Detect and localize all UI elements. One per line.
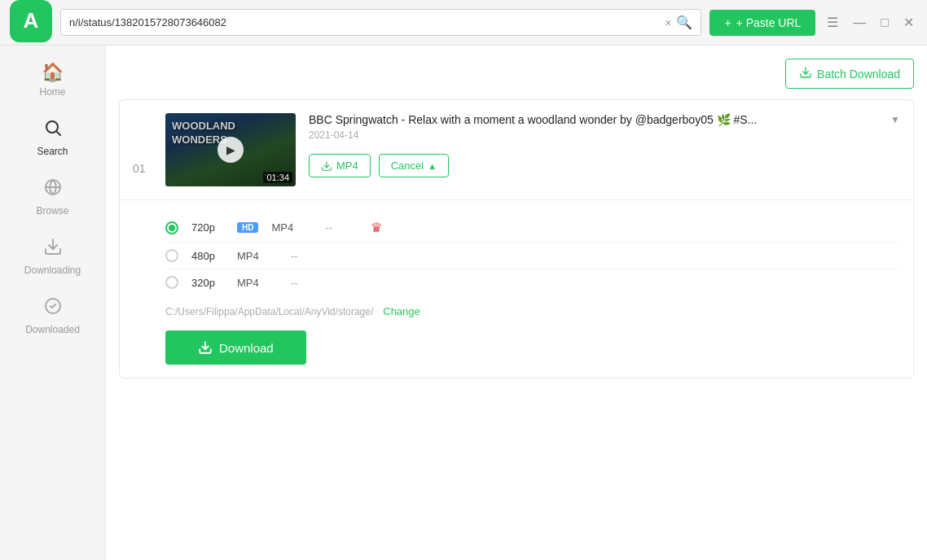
paste-url-icon: + (724, 16, 731, 29)
chevron-up-icon: ▲ (428, 161, 437, 171)
quality-options: 720p HD MP4 -- ♛ 480p MP4 -- 320p (120, 200, 913, 295)
download-area: Download (120, 324, 913, 378)
svg-point-0 (46, 121, 58, 133)
storage-row: C:/Users/Filippa/AppData/Local/AnyVid/st… (120, 295, 913, 324)
video-date: 2021-04-14 (309, 129, 900, 141)
sidebar-label-home: Home (39, 86, 65, 98)
main-layout: 🏠 Home Search Browse (0, 46, 927, 560)
video-card-header: 01 WOODLAND WONDERS ▶ 01:34 BBC Springwa… (120, 100, 913, 200)
quality-label-720p: 720p (191, 221, 224, 234)
batch-download-icon (799, 66, 812, 81)
browse-icon (43, 177, 63, 202)
video-duration: 01:34 (263, 172, 292, 183)
size-320p: -- (291, 277, 323, 289)
downloaded-icon (43, 296, 63, 321)
play-button[interactable]: ▶ (217, 137, 244, 163)
format-720p: MP4 (271, 221, 312, 234)
format-480p: MP4 (237, 250, 278, 262)
sidebar-label-downloading: Downloading (24, 265, 81, 276)
radio-480p[interactable] (165, 249, 178, 262)
title-bar: A × 🔍 + + Paste URL ☰ — □ ✕ (0, 0, 927, 46)
window-controls: ☰ — □ ✕ (824, 13, 917, 32)
video-title: BBC Springwatch - Relax with a moment a … (309, 113, 757, 126)
sidebar: 🏠 Home Search Browse (0, 46, 106, 560)
content-area: Batch Download 01 WOODLAND WONDERS ▶ 01:… (106, 46, 927, 560)
downloading-icon (43, 237, 63, 261)
sidebar-item-downloaded[interactable]: Downloaded (0, 288, 105, 343)
change-button[interactable]: Change (383, 305, 420, 317)
quality-row-720p[interactable]: 720p HD MP4 -- ♛ (165, 213, 900, 243)
cancel-button[interactable]: Cancel ▲ (379, 154, 449, 177)
download-label: Download (219, 341, 274, 355)
sidebar-label-browse: Browse (36, 205, 68, 217)
size-480p: -- (291, 250, 323, 262)
quality-row-320p[interactable]: 320p MP4 -- (165, 269, 900, 295)
search-icon (43, 118, 63, 142)
url-search-icon: 🔍 (676, 15, 692, 30)
premium-icon-720p: ♛ (371, 220, 382, 235)
maximize-button[interactable]: □ (877, 14, 892, 32)
url-clear-button[interactable]: × (665, 16, 671, 29)
hd-badge: HD (237, 222, 258, 233)
radio-720p[interactable] (165, 221, 178, 234)
download-button[interactable]: Download (165, 330, 306, 365)
size-720p: -- (325, 221, 358, 234)
expand-icon[interactable]: ▼ (890, 114, 900, 125)
mp4-button[interactable]: MP4 (309, 154, 371, 177)
radio-320p[interactable] (165, 276, 178, 289)
sidebar-label-downloaded: Downloaded (25, 324, 80, 335)
batch-download-button[interactable]: Batch Download (785, 59, 914, 89)
paste-url-label: + Paste URL (736, 16, 802, 29)
sidebar-label-search: Search (37, 146, 68, 157)
svg-line-1 (56, 132, 59, 135)
app-logo: A (10, 0, 52, 42)
sidebar-item-browse[interactable]: Browse (0, 169, 105, 225)
video-actions: MP4 Cancel ▲ (309, 154, 900, 177)
url-input-wrap: × 🔍 (60, 9, 701, 36)
quality-label-480p: 480p (191, 250, 224, 262)
video-title-row: BBC Springwatch - Relax with a moment a … (309, 113, 900, 126)
format-320p: MP4 (237, 277, 278, 289)
minimize-button[interactable]: — (850, 14, 869, 32)
sidebar-item-home[interactable]: 🏠 Home (0, 54, 105, 106)
mp4-label: MP4 (336, 160, 358, 172)
quality-row-480p[interactable]: 480p MP4 -- (165, 243, 900, 269)
menu-button[interactable]: ☰ (824, 13, 841, 32)
video-card: 01 WOODLAND WONDERS ▶ 01:34 BBC Springwa… (119, 99, 914, 378)
app-logo-letter: A (24, 8, 39, 33)
sidebar-item-search[interactable]: Search (0, 110, 105, 165)
home-icon: 🏠 (42, 62, 64, 83)
video-text: BBC Springwatch - Relax with a moment a … (309, 113, 900, 177)
close-button[interactable]: ✕ (900, 13, 917, 32)
quality-label-320p: 320p (191, 277, 224, 289)
storage-path: C:/Users/Filippa/AppData/Local/AnyVid/st… (165, 306, 373, 317)
sidebar-item-downloading[interactable]: Downloading (0, 229, 105, 284)
url-input[interactable] (69, 16, 660, 28)
paste-url-button[interactable]: + + Paste URL (710, 10, 815, 36)
video-index: 01 (133, 113, 152, 175)
batch-download-label: Batch Download (817, 68, 900, 81)
video-thumbnail[interactable]: WOODLAND WONDERS ▶ 01:34 (165, 113, 296, 186)
cancel-label: Cancel (391, 160, 424, 172)
